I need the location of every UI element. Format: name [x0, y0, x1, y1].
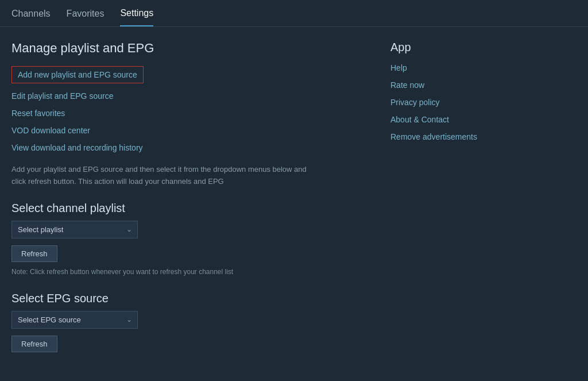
- nav-bar: Channels Favorites Settings: [0, 0, 588, 27]
- vod-download-link[interactable]: VOD download center: [11, 126, 368, 135]
- channel-playlist-select[interactable]: Select playlist: [11, 221, 138, 238]
- nav-channels[interactable]: Channels: [11, 9, 51, 26]
- page-title: Manage playlist and EPG: [11, 41, 368, 56]
- sidebar-rate-now[interactable]: Rate now: [390, 80, 494, 90]
- view-history-link[interactable]: View download and recording history: [11, 143, 368, 152]
- channel-note: Note: Click refresh button whenever you …: [11, 268, 368, 276]
- channel-playlist-dropdown-wrapper: Select playlist ⌄: [11, 221, 138, 238]
- sidebar-area: App Help Rate now Privacy policy About &…: [368, 41, 494, 365]
- sidebar-help[interactable]: Help: [390, 63, 494, 72]
- reset-favorites-link[interactable]: Reset favorites: [11, 109, 368, 118]
- epg-refresh-button[interactable]: Refresh: [11, 336, 57, 352]
- add-playlist-link[interactable]: Add new playlist and EPG source: [11, 66, 144, 83]
- content-area: Manage playlist and EPG Add new playlist…: [11, 41, 368, 365]
- nav-settings[interactable]: Settings: [120, 8, 153, 26]
- epg-source-title: Select EPG source: [11, 292, 368, 305]
- sidebar-about-contact[interactable]: About & Contact: [390, 115, 494, 124]
- edit-playlist-link[interactable]: Edit playlist and EPG source: [11, 91, 368, 101]
- nav-favorites[interactable]: Favorites: [67, 9, 105, 26]
- sidebar-remove-ads[interactable]: Remove advertisements: [390, 132, 494, 141]
- channel-refresh-button[interactable]: Refresh: [11, 245, 57, 262]
- sidebar-title: App: [390, 41, 494, 54]
- epg-source-dropdown-wrapper: Select EPG source ⌄: [11, 311, 138, 329]
- description-text: Add your playlist and EPG source and the…: [11, 164, 310, 188]
- epg-source-select[interactable]: Select EPG source: [11, 311, 138, 329]
- channel-playlist-title: Select channel playlist: [11, 202, 368, 215]
- main-layout: Manage playlist and EPG Add new playlist…: [0, 27, 588, 379]
- sidebar-privacy-policy[interactable]: Privacy policy: [390, 98, 494, 107]
